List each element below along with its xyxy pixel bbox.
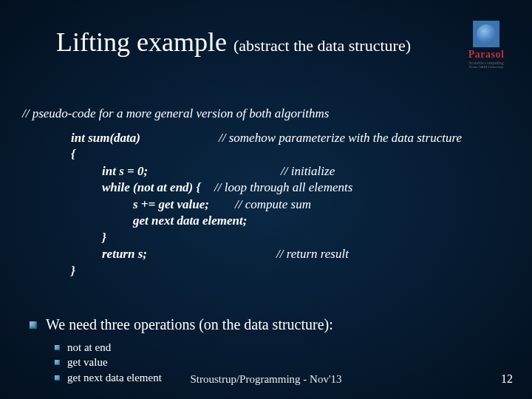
op-text: get value xyxy=(67,356,108,368)
bullet-icon xyxy=(55,360,60,365)
code-return: return s; xyxy=(102,246,276,262)
parasol-icon xyxy=(473,21,499,47)
code-block: int sum(data)// somehow parameterize wit… xyxy=(71,130,462,279)
list-item: get value xyxy=(55,355,162,369)
need-line: We need three operations (on the data st… xyxy=(30,315,333,334)
need-text: We need three operations (on the data st… xyxy=(46,316,333,332)
code-close-brace: } xyxy=(71,263,462,279)
code-sig-comment: // somehow parameterize with the data st… xyxy=(219,131,462,145)
code-while: while (not at end) { xyxy=(102,180,214,196)
code-endwhile: } xyxy=(102,231,106,245)
parasol-logo: Parasol Scalable computing Texas A&M Uni… xyxy=(457,21,516,69)
code-init: int s = 0; xyxy=(102,163,281,180)
code-sum: s += get value; xyxy=(133,197,235,213)
code-init-comment: // initialize xyxy=(281,164,335,178)
title-main: Lifting example xyxy=(56,27,227,57)
pseudo-intro: // pseudo-code for a more general versio… xyxy=(22,106,329,121)
footer-text: Stroustrup/Programming - Nov'13 xyxy=(0,373,532,386)
code-sum-comment: // compute sum xyxy=(235,197,311,211)
list-item: not at end xyxy=(55,340,162,355)
bullet-icon xyxy=(30,321,37,329)
title-sub: (abstract the data structure) xyxy=(233,36,411,55)
page-number: 12 xyxy=(501,372,513,386)
code-next: get next data element; xyxy=(133,214,247,228)
code-return-comment: // return result xyxy=(276,247,349,261)
code-while-comment: // loop through all elements xyxy=(214,180,352,194)
logo-brand: Parasol xyxy=(457,49,516,61)
code-signature: int sum(data) xyxy=(71,130,219,146)
code-open-brace: { xyxy=(71,146,462,163)
bullet-icon xyxy=(55,345,60,350)
logo-university: Texas A&M University xyxy=(457,65,516,69)
op-text: not at end xyxy=(67,341,111,353)
slide-title: Lifting example (abstract the data struc… xyxy=(56,27,411,58)
